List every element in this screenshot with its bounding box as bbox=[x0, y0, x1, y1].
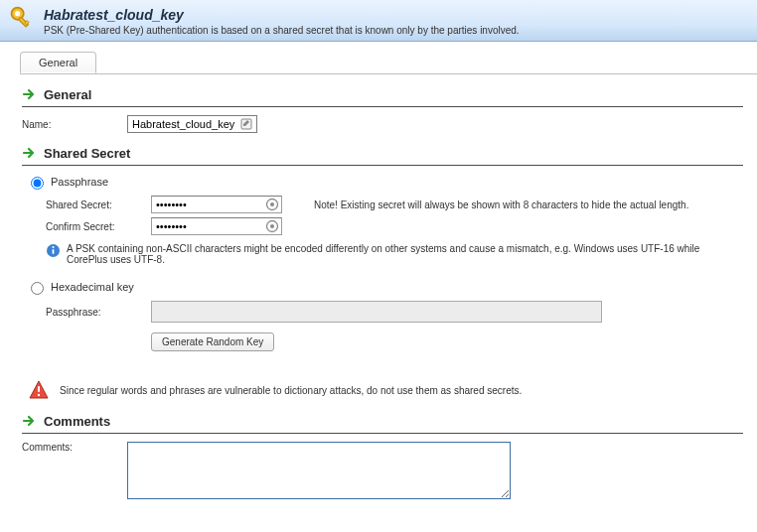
hex-pass-input bbox=[151, 301, 602, 323]
key-icon bbox=[8, 4, 36, 32]
hex-radio[interactable] bbox=[31, 282, 44, 295]
divider bbox=[22, 106, 743, 107]
passphrase-radio-label: Passphrase bbox=[51, 176, 108, 188]
tab-general[interactable]: General bbox=[20, 52, 96, 73]
arrow-icon bbox=[22, 413, 38, 429]
svg-point-6 bbox=[270, 202, 274, 206]
confirm-secret-label: Confirm Secret: bbox=[46, 221, 151, 232]
section-head-shared-secret: Shared Secret bbox=[22, 145, 743, 161]
section-head-general: General bbox=[22, 86, 743, 102]
reveal-icon[interactable] bbox=[265, 198, 279, 211]
arrow-icon bbox=[22, 145, 38, 161]
svg-rect-12 bbox=[38, 386, 40, 392]
generate-key-button[interactable]: Generate Random Key bbox=[151, 332, 274, 351]
edit-icon[interactable] bbox=[240, 118, 252, 130]
confirm-secret-input[interactable] bbox=[151, 217, 282, 235]
hex-radio-label: Hexadecimal key bbox=[51, 281, 134, 293]
section-title-comments: Comments bbox=[44, 414, 110, 429]
arrow-icon bbox=[22, 86, 38, 102]
divider bbox=[22, 433, 743, 434]
svg-point-1 bbox=[15, 11, 20, 16]
divider bbox=[22, 165, 743, 166]
name-value: Habratest_cloud_key bbox=[132, 118, 234, 130]
passphrase-radio[interactable] bbox=[31, 177, 44, 190]
section-head-comments: Comments bbox=[22, 413, 743, 429]
encoding-note: A PSK containing non-ASCII characters mi… bbox=[67, 243, 743, 265]
svg-point-8 bbox=[270, 224, 274, 228]
length-note: Note! Existing secret will always be sho… bbox=[314, 200, 688, 210]
reveal-icon[interactable] bbox=[265, 219, 279, 233]
dictionary-warning: Since regular words and phrases are vuln… bbox=[60, 385, 522, 396]
comments-label: Comments: bbox=[22, 442, 127, 453]
page-title: Habratest_cloud_key bbox=[44, 7, 520, 23]
svg-rect-10 bbox=[53, 249, 55, 254]
info-icon bbox=[46, 243, 61, 258]
warning-icon bbox=[28, 379, 50, 401]
shared-secret-input[interactable] bbox=[151, 196, 282, 213]
tab-bar: General bbox=[20, 52, 757, 74]
shared-secret-label: Shared Secret: bbox=[46, 200, 151, 210]
hex-pass-label: Passphrase: bbox=[46, 307, 151, 318]
svg-point-11 bbox=[52, 246, 54, 248]
section-title-shared-secret: Shared Secret bbox=[44, 146, 130, 161]
comments-textarea[interactable] bbox=[127, 442, 511, 499]
page-header: Habratest_cloud_key PSK (Pre-Shared Key)… bbox=[0, 0, 757, 42]
svg-point-13 bbox=[38, 394, 40, 396]
page-description: PSK (Pre-Shared Key) authentication is b… bbox=[44, 25, 520, 36]
name-field[interactable]: Habratest_cloud_key bbox=[127, 115, 257, 133]
name-label: Name: bbox=[22, 119, 127, 130]
section-title-general: General bbox=[44, 87, 91, 102]
